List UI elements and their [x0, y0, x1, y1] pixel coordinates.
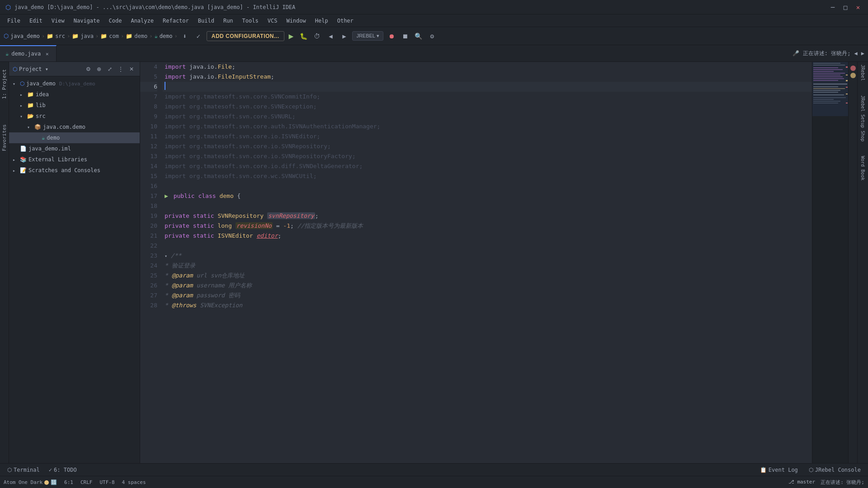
line-num-21: 21 — [140, 231, 157, 241]
run-with-coverage-icon[interactable]: ⏱ — [311, 31, 322, 42]
src-folder-icon: 📂 — [27, 113, 34, 119]
breadcrumb-java[interactable]: java — [80, 33, 94, 39]
menu-view[interactable]: View — [48, 17, 68, 25]
search-everywhere-icon[interactable]: 🔍 — [413, 31, 424, 42]
menu-tools[interactable]: Tools — [239, 17, 262, 25]
error-indicator — [850, 66, 856, 71]
theme-color-dot — [44, 480, 49, 485]
back-icon[interactable]: ◀ — [325, 31, 336, 42]
event-log-icon: 📋 — [760, 467, 767, 473]
bottom-tab-todo[interactable]: ✓ 6: TODO — [45, 466, 80, 474]
close-button[interactable]: ✕ — [854, 3, 863, 12]
tree-demo-java[interactable]: ▸ ☕ demo — [9, 132, 140, 143]
app-icon: ⬡ — [5, 4, 11, 11]
tree-iml[interactable]: ▸ 📄 java_demo.iml — [9, 143, 140, 154]
tab-close-button[interactable]: ✕ — [43, 50, 51, 57]
menu-vcs[interactable]: VCS — [264, 17, 281, 25]
stop-icon[interactable]: ⏹ — [400, 31, 410, 42]
toolbar-right: ⬇ ✓ ADD CONFIGURATION... ▶ 🐛 ⏱ ◀ ▶ JREBE… — [179, 30, 438, 42]
add-configuration-button[interactable]: ADD CONFIGURATION... — [207, 31, 284, 41]
run-arrow-17[interactable]: ▶ — [165, 192, 168, 199]
line-num-25: 25 — [140, 271, 157, 281]
vtab-favorites[interactable]: Favorites — [0, 121, 8, 155]
menu-edit[interactable]: Edit — [26, 17, 46, 25]
status-indent[interactable]: 4 spaces — [122, 479, 146, 485]
vcs-commit-icon[interactable]: ✓ — [193, 31, 204, 42]
minimap-svg — [812, 62, 848, 333]
menu-run[interactable]: Run — [220, 17, 237, 25]
tree-external-libs[interactable]: ▸ 📚 External Libraries — [9, 154, 140, 165]
breadcrumb-com[interactable]: com — [109, 33, 119, 39]
menu-navigate[interactable]: Navigate — [70, 17, 104, 25]
tree-root[interactable]: ▾ ⬡ java_demo D:\java_demo — [9, 78, 140, 89]
main-content: 1: Project Favorites ⬡ Project ▾ ⚙ ⊕ ⤢ ⋮… — [0, 62, 868, 463]
breadcrumb-java-demo[interactable]: java_demo — [10, 33, 40, 39]
record-icon[interactable]: ⏺ — [386, 31, 397, 42]
panel-options-icon[interactable]: ⋮ — [116, 65, 125, 74]
run-button[interactable]: ▶ — [287, 30, 296, 42]
mic-icon: 🎤 — [793, 50, 799, 56]
settings-icon[interactable]: ⚙ — [427, 31, 438, 42]
vtab-word-book[interactable]: Word Book — [859, 153, 866, 183]
line-num-14: 14 — [140, 161, 157, 171]
panel-close-icon[interactable]: ✕ — [127, 65, 136, 74]
menu-refactor[interactable]: Refactor — [159, 17, 193, 25]
maximize-button[interactable]: □ — [841, 3, 850, 12]
jrebel-button[interactable]: JREBEL ▾ — [352, 31, 383, 41]
jrebel-console-button[interactable]: ⬡ JRebel Console — [805, 466, 864, 474]
tree-scratches[interactable]: ▸ 📝 Scratches and Consoles — [9, 165, 140, 176]
tree-idea[interactable]: ▸ 📁 idea — [9, 89, 140, 100]
panel-expand-icon[interactable]: ⤢ — [105, 65, 114, 74]
editor-area[interactable]: 4 5 6 7 8 9 10 11 12 13 14 15 ● 16 17 18… — [140, 62, 848, 463]
status-line-col[interactable]: 6:1 — [64, 479, 73, 485]
minimize-button[interactable]: ─ — [828, 3, 837, 12]
tree-lib-label: lib — [36, 102, 46, 108]
vtab-jrebel[interactable]: JRebel — [859, 62, 866, 84]
tree-package[interactable]: ▾ 📦 java.com.demo — [9, 122, 140, 132]
breadcrumb-com-icon: 📁 — [100, 33, 107, 39]
breadcrumb-demo-file[interactable]: demo — [160, 33, 173, 39]
status-git[interactable]: ⎇ master — [788, 479, 815, 486]
line-num-11: 11 — [140, 131, 157, 141]
panel-header: ⬡ Project ▾ ⚙ ⊕ ⤢ ⋮ ✕ — [9, 62, 140, 76]
tab-demo-java[interactable]: ☕ demo.java ✕ — [0, 45, 57, 61]
warning-indicator — [850, 73, 856, 78]
package-icon: 📦 — [34, 124, 41, 130]
status-encoding[interactable]: UTF-8 — [99, 479, 114, 485]
tree-lib[interactable]: ▸ 📁 lib — [9, 100, 140, 111]
vtab-project[interactable]: 1: Project — [0, 66, 8, 103]
tree-root-label: java_demo — [26, 80, 56, 87]
vcs-update-icon[interactable]: ⬇ — [179, 31, 190, 42]
panel-settings-icon[interactable]: ⚙ — [84, 65, 93, 74]
menu-analyze[interactable]: Analyze — [127, 17, 157, 25]
menu-help[interactable]: Help — [311, 17, 332, 25]
nav-forward-icon[interactable]: ▶ — [861, 50, 864, 56]
tree-arrow-root: ▾ — [13, 81, 18, 86]
menu-build[interactable]: Build — [194, 17, 218, 25]
code-content[interactable]: import java.io.File; import java.io.File… — [163, 62, 812, 463]
panel-scroll-icon[interactable]: ⊕ — [94, 65, 104, 74]
menu-code[interactable]: Code — [105, 17, 126, 25]
fold-icon-23[interactable]: ▾ — [165, 253, 167, 258]
tree-src[interactable]: ▾ 📂 src — [9, 111, 140, 122]
vtab-jrebel-setup[interactable]: JRebel Setup Shop — [859, 93, 866, 144]
code-line-14: import org.tmatesoft.svn.core.io.diff.SV… — [163, 161, 812, 171]
minimap[interactable] — [812, 62, 848, 463]
breadcrumb-src[interactable]: src — [55, 33, 65, 39]
breadcrumb-demo-folder[interactable]: demo — [134, 33, 147, 39]
status-theme[interactable]: Atom One Dark 🔢 — [4, 479, 57, 485]
project-panel: ⬡ Project ▾ ⚙ ⊕ ⤢ ⋮ ✕ ▾ ⬡ java_demo D:\j… — [9, 62, 140, 463]
status-line-ending[interactable]: CRLF — [80, 479, 93, 485]
nav-back-icon[interactable]: ◀ — [854, 50, 858, 56]
jrebel-console-icon: ⬡ — [809, 467, 813, 473]
event-log-button[interactable]: 📋 Event Log — [756, 466, 802, 474]
debug-button[interactable]: 🐛 — [298, 31, 309, 42]
ext-libs-icon: 📚 — [20, 156, 27, 163]
line-num-26: 26 — [140, 281, 157, 291]
menu-file[interactable]: File — [4, 17, 24, 25]
menu-other[interactable]: Other — [334, 17, 357, 25]
line-num-20: 20 — [140, 221, 157, 231]
forward-icon[interactable]: ▶ — [339, 31, 349, 42]
bottom-tab-terminal[interactable]: ⬡ Terminal — [4, 466, 43, 474]
menu-window[interactable]: Window — [283, 17, 309, 25]
